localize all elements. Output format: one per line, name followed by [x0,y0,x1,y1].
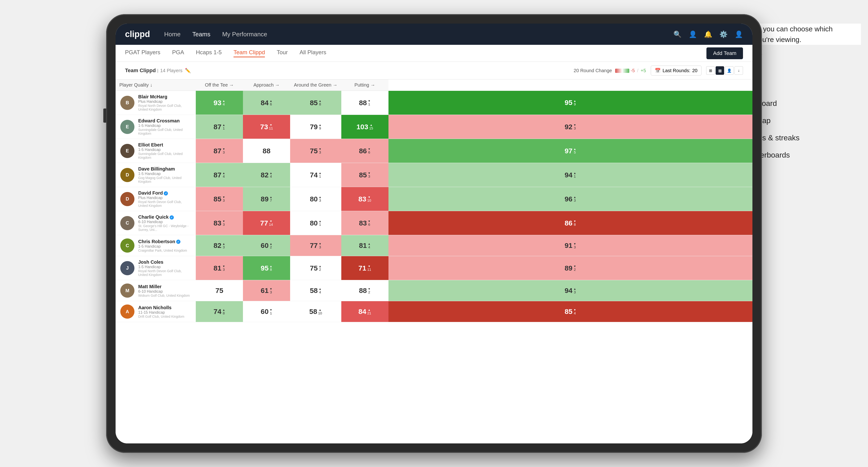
arrow-up-icon: ▲ [319,287,321,290]
table-row[interactable]: E Elliot Ebert 1-5 Handicap Sunningdale … [116,139,752,163]
stat-value: 60 [261,242,269,250]
player-info: Chris Robertson✓ 1-5 Handicap Craigmilla… [138,239,187,252]
search-icon[interactable]: 🔍 [673,30,682,38]
arrow-up-icon: ▲ [270,243,272,245]
col-putting-label: Putting → [354,82,375,88]
stat-inner: 97 ▲5 [389,139,752,163]
table-row[interactable]: D Dave Billingham 1-5 Handicap Gog Magog… [116,163,752,187]
change-value: 2 [270,245,272,249]
table-row[interactable]: B Blair McHarg Plus Handicap Royal North… [116,91,752,115]
stat-change: ▲15 [369,124,373,130]
stat-inner: 95 ▲8 [243,256,290,280]
arrow-up-icon: ▲ [368,243,371,245]
change-value: 4 [223,102,225,106]
stat-value: 103 [356,123,368,131]
change-value: 8 [319,102,321,106]
stat-cell-r4-c1: 89 ▲7 [243,187,290,211]
table-row[interactable]: A Aaron Nicholls 11-15 Handicap Drift Go… [116,301,752,322]
change-value: 2 [574,268,576,271]
avatar: M [120,283,134,298]
nav-my-performance[interactable]: My Performance [222,31,267,38]
player-info: Aaron Nicholls 11-15 Handicap Drift Golf… [138,305,184,318]
player-handicap: 1-5 Handicap [138,172,191,176]
avatar-letter: E [126,124,129,129]
stat-value: 94 [565,286,572,294]
player-cell-inner: E Edward Crossman 1-5 Handicap Sunningda… [116,115,196,139]
stat-value: 82 [214,242,221,250]
stat-inner: 89 ▼2 [389,256,752,280]
verified-icon: ✓ [169,215,174,220]
grid-view-button[interactable]: ⊞ [706,66,715,75]
change-neg: -5 [631,68,635,73]
stat-change: ▼6 [368,148,371,154]
separator: | [157,68,158,73]
avatar: J [120,261,134,275]
user-icon[interactable]: 👤 [689,30,697,38]
edit-icon[interactable]: ✏️ [185,68,191,73]
stat-change: ▲8 [222,309,225,315]
stat-cell-r0-c3: 88 ▼1 [341,91,389,115]
stat-inner: 85 ▼3 [196,187,243,211]
avatar-icon[interactable]: 👤 [735,30,743,38]
person-view-button[interactable]: 👤 [725,66,734,75]
stat-change: ▼2 [574,265,576,271]
stat-value: 61 [261,286,269,294]
round-change-label: 20 Round Change -5 / +5 [574,68,646,73]
stat-inner: 74 ▲1 [290,163,341,187]
table-row[interactable]: E Edward Crossman 1-5 Handicap Sunningda… [116,115,752,139]
stat-inner: 88 [243,139,290,163]
stat-change: ▼11 [367,265,371,271]
settings-icon[interactable]: ⚙️ [719,30,728,38]
nav-home[interactable]: Home [164,31,181,38]
player-name: Dave Billingham [138,166,191,172]
stat-cell-r8-c4: 94 ▲3 [389,280,752,301]
table-header-row: Player Quality ↓ Off the Tee → Approach … [116,80,752,91]
change-value: 3 [574,126,576,130]
stat-value: 85 [565,308,572,316]
table-row[interactable]: C Charlie Quick✓ 6-10 Handicap St. Georg… [116,211,752,235]
player-cell-inner: C Chris Robertson✓ 1-5 Handicap Craigmil… [116,235,196,256]
player-handicap: 11-15 Handicap [138,310,184,315]
table-row[interactable]: M Matt Miller 6-10 Handicap Woburn Golf … [116,280,752,301]
table-row[interactable]: C Chris Robertson✓ 1-5 Handicap Craigmil… [116,235,752,256]
subnav-all-players[interactable]: All Players [300,49,326,57]
stat-value: 75 [215,286,223,294]
add-team-button[interactable]: Add Team [706,48,743,59]
table-view-button[interactable]: ▦ [716,66,724,75]
download-button[interactable]: ↓ [735,66,743,75]
last-rounds-button[interactable]: 📅 Last Rounds: 20 [651,66,702,75]
stat-cell-r5-c1: 77 ▼14 [243,211,290,235]
change-separator: / [637,68,639,73]
nav-teams[interactable]: Teams [192,31,210,38]
stat-change: ▲1 [319,220,321,226]
change-value: 1 [223,126,225,130]
stat-value: 81 [214,264,221,272]
player-name: Chris Robertson✓ [138,239,187,244]
change-value: 3 [223,268,225,271]
stat-inner: 82 ▲3 [196,235,243,256]
subnav-tour[interactable]: Tour [277,49,288,57]
stat-cell-r5-c3: 83 ▼6 [341,211,389,235]
stat-value: 77 [310,242,318,250]
change-value: 10 [318,311,322,315]
subnav-pga[interactable]: PGA [172,49,184,57]
change-value: 3 [223,223,225,226]
side-button [103,108,106,123]
stat-change: ▼6 [368,220,371,226]
stat-value: 82 [261,171,269,179]
player-name: Matt Miller [138,284,190,289]
bell-icon[interactable]: 🔔 [704,30,712,38]
change-value: 3 [319,151,321,154]
player-info: Elliot Ebert 1-5 Handicap Sunningdale Go… [138,142,191,159]
stat-value: 73 [260,123,268,131]
stat-change: ▼2 [368,287,371,294]
subnav-pgat[interactable]: PGAT Players [125,49,160,57]
table-row[interactable]: D David Ford✓ Plus Handicap Royal North … [116,187,752,211]
subnav-team-clippd[interactable]: Team Clippd [234,49,265,57]
stat-inner: 84 ▲6 [243,91,290,115]
stat-value: 83 [359,219,367,227]
change-value: 21 [367,311,371,315]
subnav-hcaps[interactable]: Hcaps 1-5 [196,49,222,57]
stat-change: ▲1 [319,172,321,178]
table-row[interactable]: J Josh Coles 1-5 Handicap Royal North De… [116,256,752,280]
